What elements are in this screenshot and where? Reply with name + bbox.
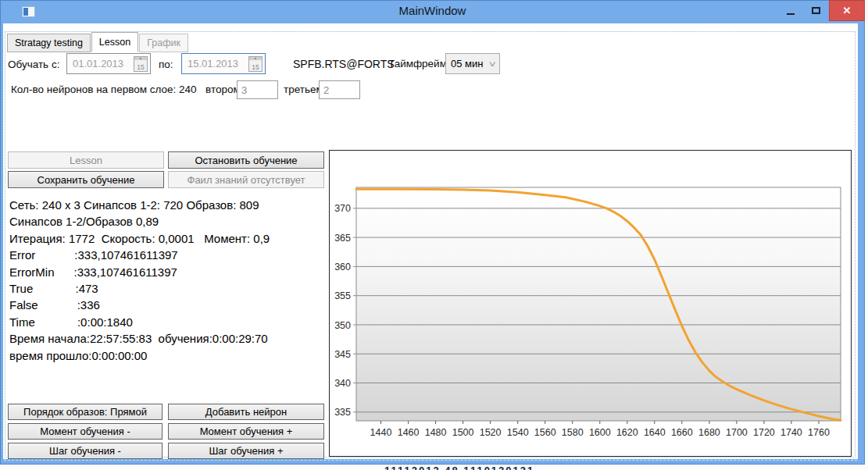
instrument-label: SPFB.RTS@FORTS: [293, 58, 395, 70]
training-stats: Сеть: 240 х 3 Синапсов 1-2: 720 Образов:…: [9, 197, 270, 364]
error-chart: 3353403453503553603653701440146014801500…: [329, 150, 852, 457]
image-order-button[interactable]: Порядок образов: Прямой: [8, 404, 163, 420]
stat-line: Итерация: 1772 Скорость: 0,0001 Момент: …: [9, 230, 270, 247]
neurons-second-input[interactable]: 3: [237, 80, 278, 99]
svg-text:1740: 1740: [780, 427, 802, 438]
neurons-third-input[interactable]: 2: [319, 80, 360, 99]
svg-text:1600: 1600: [589, 427, 611, 438]
save-training-button[interactable]: Сохранить обучение: [8, 171, 164, 188]
background-window-text: 11112013 48 1110120131: [384, 465, 642, 470]
stat-line: Time :0:00:1840: [9, 314, 270, 330]
maximize-button[interactable]: [805, 0, 827, 21]
stat-line: ErrorMin :333,107461611397: [9, 264, 270, 280]
date-to-value: 15.01.2013: [188, 58, 248, 69]
calendar-day-label: 15: [252, 63, 259, 71]
svg-text:340: 340: [334, 378, 351, 389]
step-plus-button[interactable]: Шаг обучения +: [168, 443, 324, 459]
date-to-field[interactable]: 15.01.2013 15: [181, 53, 266, 74]
close-button[interactable]: ✕: [829, 0, 865, 21]
svg-text:1660: 1660: [671, 427, 693, 438]
tab-strategy-testing[interactable]: Stratagy testing: [7, 34, 91, 52]
minimize-button[interactable]: [780, 0, 802, 21]
timeframe-select[interactable]: 05 мин ˅: [445, 53, 500, 74]
step-minus-button[interactable]: Шаг обучения -: [8, 443, 163, 459]
svg-text:1540: 1540: [507, 427, 529, 438]
stat-line: Время начала:22:57:55:83 обучения:0:00:2…: [9, 330, 270, 347]
svg-text:1500: 1500: [452, 427, 474, 438]
svg-text:1720: 1720: [753, 427, 775, 438]
moment-plus-button[interactable]: Момент обучения +: [168, 423, 324, 440]
stat-line: время прошло:0:00:00:00: [9, 347, 270, 364]
svg-text:1480: 1480: [425, 427, 447, 438]
svg-text:350: 350: [334, 320, 351, 331]
add-neuron-button[interactable]: Добавить нейрон: [168, 404, 324, 420]
stat-line: Сеть: 240 х 3 Синапсов 1-2: 720 Образов:…: [9, 197, 270, 213]
svg-text:1640: 1640: [644, 427, 666, 438]
svg-text:360: 360: [334, 262, 351, 272]
moment-minus-button[interactable]: Момент обучения -: [8, 423, 163, 440]
minimize-icon: [787, 13, 795, 15]
tab-grafik[interactable]: График: [139, 34, 188, 52]
svg-text:335: 335: [334, 407, 351, 418]
window-title: MainWindow: [0, 4, 865, 17]
titlebar[interactable]: MainWindow ✕: [0, 0, 865, 23]
close-icon: ✕: [843, 5, 852, 16]
train-from-label: Обучать с:: [8, 59, 59, 70]
svg-text:1680: 1680: [698, 427, 720, 438]
svg-text:1460: 1460: [398, 427, 420, 438]
svg-text:1440: 1440: [370, 427, 392, 438]
svg-text:1520: 1520: [480, 427, 502, 438]
main-window: MainWindow ✕ Stratagy testing Lesson Гра…: [0, 0, 865, 465]
neurons-first-label: Кол-во нейронов на первом слое: 240: [11, 84, 197, 95]
stop-training-button[interactable]: Остановить обучение: [168, 151, 324, 169]
svg-text:1760: 1760: [808, 427, 830, 438]
svg-text:1560: 1560: [534, 427, 556, 438]
maximize-icon: [812, 7, 820, 14]
date-from-value: 01.01.2013: [73, 58, 134, 69]
window-frame-dash: [4, 460, 857, 461]
svg-text:365: 365: [334, 233, 351, 244]
svg-text:1620: 1620: [616, 427, 638, 438]
timeframe-label: Таймфрейм: [388, 58, 447, 69]
stat-line: False :336: [9, 297, 270, 313]
stat-line: Error :333,107461611397: [9, 247, 270, 263]
lesson-button[interactable]: Lesson: [8, 151, 164, 169]
svg-text:345: 345: [334, 349, 351, 360]
to-label: по:: [159, 59, 173, 70]
date-from-field[interactable]: 01.01.2013 15: [66, 53, 151, 74]
svg-text:355: 355: [334, 290, 351, 301]
tab-strip: Stratagy testing Lesson График: [7, 32, 189, 52]
chevron-down-icon: ˅: [488, 59, 495, 69]
calendar-day-label: 15: [137, 63, 144, 71]
stat-line: Синапсов 1-2/Образов 0,89: [9, 213, 270, 230]
svg-text:1580: 1580: [562, 427, 584, 438]
calendar-icon[interactable]: 15: [248, 56, 263, 72]
stat-line: True :473: [9, 280, 270, 297]
svg-text:1700: 1700: [726, 427, 748, 438]
knowledge-file-button[interactable]: Фаил знаний отсутствует: [168, 171, 324, 188]
svg-text:370: 370: [334, 203, 351, 214]
tab-lesson[interactable]: Lesson: [91, 32, 138, 52]
calendar-icon[interactable]: 15: [134, 56, 148, 72]
timeframe-value: 05 мин: [451, 58, 483, 69]
